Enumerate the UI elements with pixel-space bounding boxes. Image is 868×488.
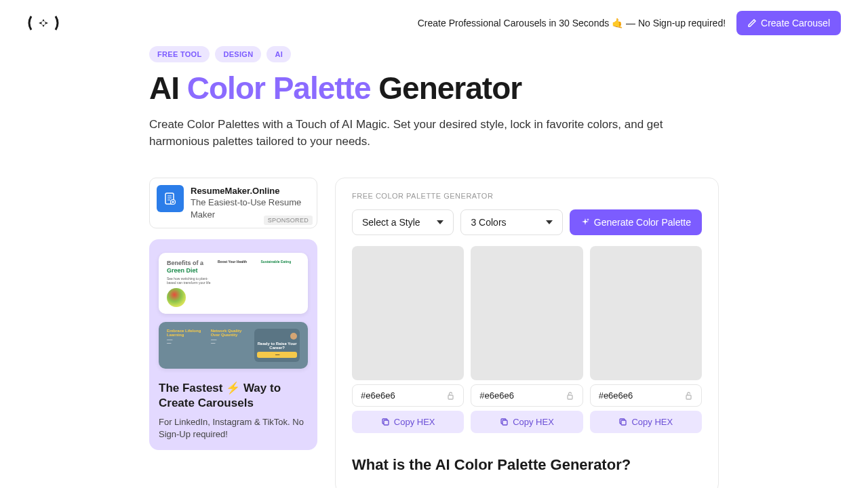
- promo-slide-1: Benefits of aGreen Diet See how switchin…: [159, 253, 308, 314]
- svg-rect-5: [568, 395, 572, 399]
- copy-hex-button[interactable]: Copy HEX: [352, 411, 464, 433]
- svg-rect-2: [448, 395, 453, 399]
- style-dropdown[interactable]: Select a Style: [352, 209, 454, 235]
- ad-title: ResumeMaker.Online: [191, 185, 310, 197]
- chevron-down-icon: [546, 220, 553, 224]
- promo-description: For LinkedIn, Instagram & TikTok. No Sig…: [159, 416, 308, 441]
- swatch-column: #e6e6e6 Copy HEX: [471, 246, 583, 433]
- sponsored-badge: SPONSORED: [264, 216, 313, 225]
- color-swatch[interactable]: [352, 246, 464, 380]
- swatch-column: #e6e6e6 Copy HEX: [352, 246, 464, 433]
- tag-ai[interactable]: AI: [267, 46, 291, 62]
- logo[interactable]: [27, 15, 60, 31]
- color-swatch[interactable]: [471, 246, 583, 380]
- copy-icon: [618, 418, 627, 426]
- svg-rect-10: [621, 420, 626, 425]
- header-tagline: Create Professional Carousels in 30 Seco…: [418, 18, 726, 28]
- tag-row: FREE TOOL DESIGN AI: [149, 46, 719, 62]
- sparkle-icon: [580, 218, 590, 227]
- hex-input[interactable]: #e6e6e6: [352, 384, 464, 407]
- section-title: What is the AI Color Palette Generator?: [352, 456, 702, 474]
- lock-icon[interactable]: [566, 391, 574, 400]
- hex-input[interactable]: #e6e6e6: [471, 384, 583, 407]
- generator-panel: FREE COLOR PALETTE GENERATOR Select a St…: [335, 178, 719, 488]
- tag-free-tool[interactable]: FREE TOOL: [149, 46, 210, 62]
- svg-rect-8: [686, 395, 691, 399]
- promo-heading: The Fastest ⚡ Way to Create Carousels: [159, 381, 308, 411]
- page-title: AI Color Palette Generator: [149, 70, 719, 106]
- color-swatch[interactable]: [590, 246, 702, 380]
- generate-button[interactable]: Generate Color Palette: [570, 209, 702, 235]
- create-carousel-button[interactable]: Create Carousel: [736, 11, 841, 35]
- svg-rect-7: [502, 420, 507, 425]
- copy-hex-button[interactable]: Copy HEX: [590, 411, 702, 433]
- promo-slide-2: Embrace Lifelong Learning━━━━━━━ Network…: [159, 322, 308, 369]
- panel-label: FREE COLOR PALETTE GENERATOR: [352, 192, 702, 200]
- page-subtitle: Create Color Palettes with a Touch of AI…: [149, 116, 719, 150]
- lock-icon[interactable]: [684, 391, 693, 400]
- sponsored-ad[interactable]: ResumeMaker.Online The Easiest-to-Use Re…: [149, 178, 317, 228]
- edit-icon: [747, 18, 757, 28]
- svg-rect-4: [384, 420, 389, 425]
- lock-icon[interactable]: [446, 391, 455, 400]
- tag-design[interactable]: DESIGN: [215, 46, 261, 62]
- copy-icon: [381, 418, 390, 426]
- copy-icon: [500, 418, 509, 426]
- copy-hex-button[interactable]: Copy HEX: [471, 411, 583, 433]
- swatch-column: #e6e6e6 Copy HEX: [590, 246, 702, 433]
- chevron-down-icon: [437, 220, 443, 224]
- ad-icon: [157, 185, 184, 212]
- count-dropdown[interactable]: 3 Colors: [460, 209, 562, 235]
- promo-card[interactable]: Benefits of aGreen Diet See how switchin…: [149, 239, 317, 451]
- hex-input[interactable]: #e6e6e6: [590, 384, 702, 407]
